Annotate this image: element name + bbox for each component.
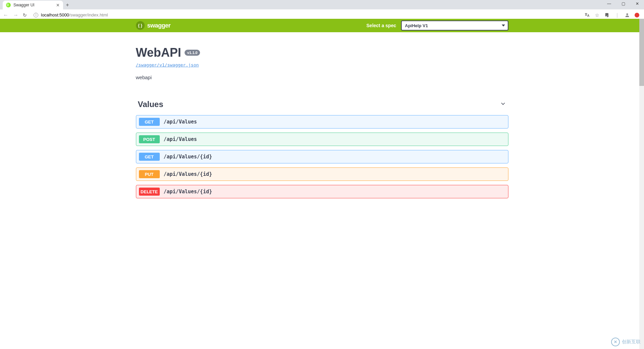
new-tab-button[interactable]: +	[63, 1, 72, 9]
forward-button[interactable]: →	[13, 12, 19, 18]
tab-close-icon[interactable]: ✕	[56, 3, 60, 8]
extension-icons: ☆ |	[584, 12, 641, 18]
method-badge: GET	[139, 118, 160, 126]
spec-selector: Select a spec ApiHelp V1	[366, 20, 508, 31]
window-controls: — ▢ ✕	[604, 1, 642, 6]
operation-get[interactable]: GET/api/Values	[136, 115, 508, 129]
operation-get[interactable]: GET/api/Values/{id}	[136, 150, 508, 163]
operations-list: GET/api/ValuesPOST/api/ValuesGET/api/Val…	[136, 115, 508, 198]
adblock-icon[interactable]	[635, 13, 639, 17]
url-host: localhost:5000	[41, 12, 69, 17]
swagger-json-link[interactable]: /swagger/v1/swagger.json	[136, 62, 199, 67]
window-close-icon[interactable]: ✕	[633, 1, 642, 6]
evernote-icon[interactable]	[604, 12, 610, 18]
operation-delete[interactable]: DELETE/api/Values/{id}	[136, 185, 508, 198]
tab-bar: Swagger UI ✕ +	[0, 0, 644, 9]
translate-icon[interactable]	[584, 12, 590, 18]
operation-path: /api/Values	[164, 119, 197, 125]
operation-path: /api/Values/{id}	[164, 171, 212, 177]
swagger-logo-icon: { }	[136, 21, 145, 30]
profile-icon[interactable]	[625, 12, 630, 18]
star-icon[interactable]: ☆	[594, 12, 600, 18]
api-description: webapi	[136, 74, 508, 80]
operation-path: /api/Values	[164, 136, 197, 142]
scrollbar-track[interactable]	[639, 19, 644, 216]
scrollbar-thumb[interactable]	[639, 19, 644, 86]
operation-path: /api/Values/{id}	[164, 189, 212, 195]
method-badge: DELETE	[139, 188, 160, 196]
tag-header[interactable]: Values	[136, 97, 508, 112]
api-title-text: WebAPI	[136, 46, 181, 60]
divider: |	[614, 12, 620, 18]
method-badge: GET	[139, 153, 160, 161]
operation-post[interactable]: POST/api/Values	[136, 133, 508, 146]
url-path: /swagger/index.html	[69, 12, 108, 17]
api-title: WebAPI v1.1.0	[136, 46, 508, 60]
method-badge: POST	[139, 135, 160, 143]
window-minimize-icon[interactable]: —	[604, 1, 614, 6]
site-info-icon[interactable]: i	[34, 13, 38, 17]
tag-name: Values	[138, 100, 163, 109]
tag-section: Values GET/api/ValuesPOST/api/ValuesGET/…	[136, 97, 508, 198]
swagger-favicon-icon	[6, 3, 11, 7]
swagger-topbar: { } swagger Select a spec ApiHelp V1	[0, 19, 644, 32]
swagger-logo-text: swagger	[147, 22, 171, 29]
url-bar[interactable]: i localhost:5000/swagger/index.html	[31, 12, 580, 17]
operation-path: /api/Values/{id}	[164, 154, 212, 160]
main-content: WebAPI v1.1.0 /swagger/v1/swagger.json w…	[136, 32, 508, 216]
browser-tab[interactable]: Swagger UI ✕	[3, 1, 63, 9]
swagger-logo[interactable]: { } swagger	[136, 21, 171, 30]
spec-label: Select a spec	[366, 23, 396, 28]
svg-point-0	[626, 13, 628, 15]
reload-button[interactable]: ↻	[23, 12, 27, 18]
spec-select[interactable]: ApiHelp V1	[401, 20, 508, 31]
tab-title: Swagger UI	[13, 3, 35, 7]
back-button[interactable]: ←	[3, 12, 9, 18]
version-badge: v1.1.0	[185, 50, 200, 56]
window-maximize-icon[interactable]: ▢	[618, 1, 628, 6]
chevron-down-icon	[500, 100, 506, 109]
browser-chrome: — ▢ ✕ Swagger UI ✕ + ← → ↻ i localhost:5…	[0, 0, 644, 19]
operation-put[interactable]: PUT/api/Values/{id}	[136, 167, 508, 181]
method-badge: PUT	[139, 170, 160, 178]
